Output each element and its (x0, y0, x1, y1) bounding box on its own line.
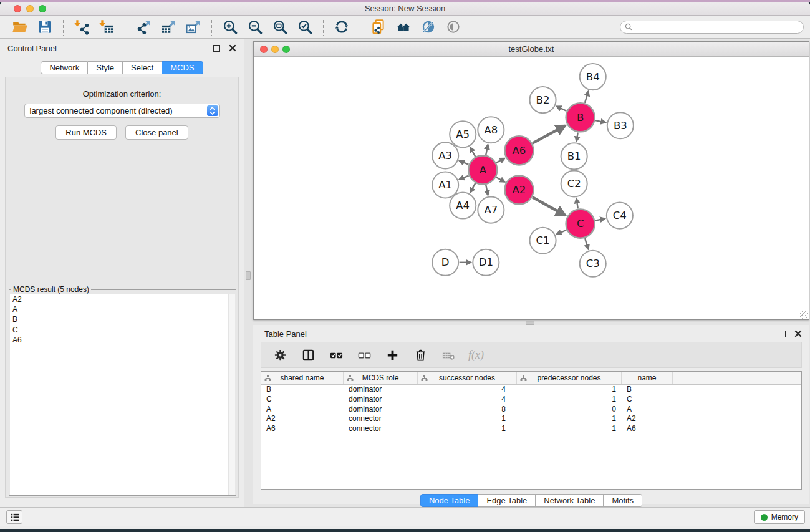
graph-node-A8[interactable]: A8 (478, 117, 504, 143)
create-new-column-button[interactable] (383, 346, 402, 364)
show-column-panel-button[interactable] (299, 346, 317, 364)
show-task-history-button[interactable] (6, 510, 22, 524)
open-file-button[interactable] (7, 17, 32, 37)
home-button[interactable] (391, 17, 416, 37)
run-mcds-button[interactable]: Run MCDS (55, 125, 117, 140)
column-header-mcds-role[interactable]: MCDS role (344, 372, 418, 384)
graph-edge-A-A3[interactable] (460, 161, 469, 165)
graph-node-A3[interactable]: A3 (432, 142, 458, 168)
zoom-selected-button[interactable] (292, 17, 317, 37)
graph-node-A7[interactable]: A7 (478, 197, 504, 223)
close-panel-button[interactable]: Close panel (125, 125, 188, 140)
column-header-successor-nodes[interactable]: successor nodes (418, 372, 517, 384)
graph-edge-A-A7[interactable] (486, 185, 488, 195)
table-row[interactable]: Cdominator41C (261, 395, 801, 405)
column-header-shared-name[interactable]: shared name (261, 372, 344, 384)
close-window-button[interactable] (14, 5, 21, 12)
window-resize-grip[interactable] (800, 311, 808, 319)
hide-graphics-details-button[interactable] (416, 17, 441, 37)
tab-network-table[interactable]: Network Table (536, 494, 604, 507)
table-row[interactable]: A2connector11A2 (261, 414, 801, 424)
minimize-window-button[interactable] (26, 5, 34, 12)
network-minimize-button[interactable] (271, 46, 279, 53)
delete-table-button[interactable] (439, 346, 458, 364)
result-list-scrollbar[interactable] (228, 294, 235, 495)
graph-node-B1[interactable]: B1 (561, 143, 587, 169)
tab-mcds[interactable]: MCDS (162, 61, 203, 74)
graph-node-C[interactable]: C (566, 210, 595, 238)
vertical-splitter-handle[interactable] (246, 271, 251, 280)
graph-node-D1[interactable]: D1 (473, 249, 499, 276)
column-header-predecessor-nodes[interactable]: predecessor nodes (517, 372, 622, 384)
search-input[interactable] (635, 22, 803, 32)
graph-edge-B-B4[interactable] (585, 91, 589, 103)
graph-node-B[interactable]: B (566, 103, 595, 132)
tab-select[interactable]: Select (123, 61, 162, 74)
network-maximize-button[interactable] (282, 46, 290, 53)
function-builder-button[interactable]: f(x) (468, 349, 484, 362)
zoom-in-button[interactable] (218, 17, 243, 37)
graph-edge-B-B2[interactable] (556, 106, 566, 110)
tab-style[interactable]: Style (88, 61, 123, 74)
graph-edge-A-A1[interactable] (460, 176, 469, 180)
new-network-from-selection-button[interactable] (366, 17, 391, 37)
float-panel-icon[interactable] (213, 45, 220, 52)
import-table-button[interactable] (94, 17, 119, 37)
table-options-button[interactable] (271, 346, 289, 364)
tab-network[interactable]: Network (41, 61, 88, 74)
close-panel-icon[interactable] (229, 44, 236, 52)
graph-node-A1[interactable]: A1 (432, 172, 458, 198)
save-session-button[interactable] (32, 17, 57, 37)
graph-edge-A6-B[interactable] (533, 125, 565, 143)
graph-node-A5[interactable]: A5 (450, 121, 476, 147)
graph-node-A4[interactable]: A4 (450, 193, 476, 219)
graph-edge-C-C3[interactable] (585, 238, 589, 249)
memory-button[interactable]: Memory (754, 510, 805, 524)
graph-node-C3[interactable]: C3 (580, 251, 606, 277)
graph-edge-A2-C[interactable] (533, 197, 565, 215)
graph-node-C4[interactable]: C4 (607, 203, 633, 229)
horizontal-splitter-handle[interactable] (526, 321, 534, 325)
graph-edge-A-A5[interactable] (470, 147, 475, 157)
export-network-button[interactable] (131, 17, 156, 37)
graph-edge-C-C4[interactable] (595, 219, 605, 221)
criterion-dropdown[interactable]: largest connected component (directed) (24, 104, 220, 118)
show-graphics-details-button[interactable] (441, 17, 466, 37)
select-all-columns-button[interactable] (327, 346, 345, 364)
graph-node-A[interactable]: A (468, 155, 497, 184)
tab-node-table[interactable]: Node Table (420, 494, 479, 507)
float-table-panel-icon[interactable] (779, 331, 786, 337)
network-close-button[interactable] (260, 46, 268, 53)
import-network-button[interactable] (69, 17, 94, 37)
graph-edge-B-B3[interactable] (595, 120, 606, 122)
network-canvas[interactable]: B4B2BB3A5A8A6B1A3AC2A1A2A4A7C4CC1C3DD1 (254, 57, 809, 319)
graph-edge-C-C1[interactable] (556, 230, 566, 235)
table-row[interactable]: Bdominator41B (261, 385, 801, 395)
zoom-out-button[interactable] (243, 17, 268, 37)
graph-node-B2[interactable]: B2 (529, 87, 556, 113)
graph-edge-A-A6[interactable] (496, 158, 505, 163)
graph-node-C2[interactable]: C2 (561, 170, 587, 196)
graph-edge-B-B1[interactable] (576, 132, 577, 141)
mcds-result-item[interactable]: A2 (10, 294, 235, 304)
graph-node-C1[interactable]: C1 (529, 228, 556, 254)
graph-node-B3[interactable]: B3 (607, 112, 634, 138)
export-image-button[interactable] (181, 17, 206, 37)
graph-edge-C-C2[interactable] (576, 198, 578, 208)
table-row[interactable]: Adominator80A (261, 405, 801, 415)
table-row[interactable]: A6connector11A6 (261, 424, 801, 434)
tab-edge-table[interactable]: Edge Table (478, 494, 536, 507)
delete-columns-button[interactable] (411, 346, 430, 364)
close-table-panel-icon[interactable] (794, 330, 802, 337)
graph-edge-A-A4[interactable] (470, 183, 475, 193)
graph-node-A2[interactable]: A2 (504, 175, 533, 204)
mcds-result-item[interactable]: C (10, 325, 235, 335)
apply-layout-button[interactable] (329, 17, 354, 37)
column-header-name[interactable]: name (622, 372, 673, 384)
graph-edge-A-A2[interactable] (496, 177, 505, 182)
mcds-result-item[interactable]: A (10, 304, 235, 314)
graph-edge-A-A8[interactable] (486, 145, 488, 155)
maximize-window-button[interactable] (39, 5, 46, 12)
graph-node-D[interactable]: D (432, 249, 458, 276)
graph-node-A6[interactable]: A6 (504, 136, 533, 165)
